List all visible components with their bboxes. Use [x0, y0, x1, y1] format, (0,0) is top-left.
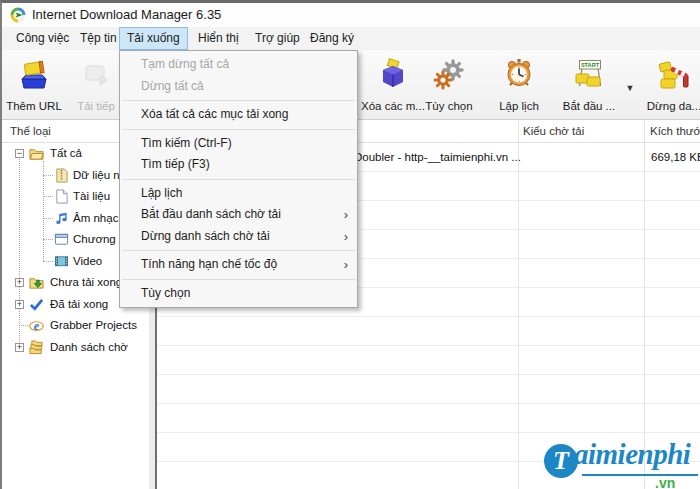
stop-queue-button[interactable]: Dừng da...	[636, 52, 700, 118]
folder-download-icon	[29, 275, 44, 290]
options-button[interactable]: Tùy chọn	[412, 52, 486, 118]
download-row-filename[interactable]: Doubler - http-__taimienphi.vn ...	[354, 144, 521, 170]
column-header-queue-type[interactable]: Kiểu chờ tải	[523, 120, 584, 142]
submenu-arrow-icon: ›	[344, 254, 348, 276]
svg-text:START: START	[581, 62, 600, 68]
menubar: Công việc Tệp tin Tải xuống Hiển thị Trợ…	[2, 27, 700, 50]
menu-file[interactable]: Tệp tin	[72, 27, 125, 50]
taimienphi-logo-tld: .vn	[655, 475, 675, 489]
grabber-e-icon: e	[29, 318, 44, 333]
collapse-icon[interactable]	[15, 149, 24, 158]
menu-item-speed-limiter[interactable]: Tính năng hạn chế tốc độ ›	[120, 254, 357, 276]
logo-underline	[582, 474, 698, 476]
stop-queue-icon	[658, 58, 690, 90]
menu-item-pause-all: Tạm dừng tất cả	[120, 54, 357, 76]
expand-icon[interactable]	[15, 278, 24, 287]
add-url-button[interactable]: Thêm URL	[3, 52, 65, 118]
tree-item-grabber[interactable]: e Grabber Projects	[2, 315, 149, 337]
queue-folders-icon	[29, 340, 44, 355]
menu-help[interactable]: Trợ giúp	[247, 27, 308, 50]
add-url-icon	[18, 58, 50, 90]
program-window-icon	[54, 232, 69, 247]
menu-separator	[122, 279, 355, 280]
menu-item-scheduler[interactable]: Lập lịch	[120, 183, 357, 205]
menu-item-stop-all: Dừng tất cả	[120, 76, 357, 98]
menu-register[interactable]: Đăng ký	[302, 27, 362, 50]
resume-button: Tải tiếp	[65, 52, 127, 118]
menu-tasks[interactable]: Công việc	[8, 27, 77, 50]
submenu-arrow-icon: ›	[344, 204, 348, 226]
scheduler-button[interactable]: Lập lịch	[483, 52, 555, 118]
document-icon	[54, 189, 69, 204]
menu-separator	[122, 179, 355, 180]
menu-view[interactable]: Hiển thị	[190, 27, 247, 50]
options-gears-icon	[433, 58, 465, 90]
video-film-icon	[54, 254, 69, 269]
idm-window: Internet Download Manager 6.35 Công việc…	[0, 0, 700, 489]
taimienphi-watermark: T aimienphi .vn	[542, 441, 700, 489]
expand-icon[interactable]	[15, 300, 24, 309]
scheduler-clock-icon	[503, 58, 535, 90]
resume-icon	[80, 58, 112, 90]
menu-item-find[interactable]: Tìm kiếm (Ctrl-F)	[120, 133, 357, 155]
menu-item-stop-queue[interactable]: Dừng danh sách chờ tải ›	[120, 226, 357, 248]
tree-item-queues[interactable]: Danh sách chờ	[2, 337, 149, 359]
folder-open-icon	[29, 146, 44, 161]
download-row-size[interactable]: 669,18 KB	[651, 144, 700, 170]
column-header-size[interactable]: Kích thước	[650, 120, 700, 142]
check-icon	[29, 297, 44, 312]
submenu-arrow-icon: ›	[344, 226, 348, 248]
svg-text:e: e	[34, 319, 40, 333]
menu-item-find-next[interactable]: Tìm tiếp (F3)	[120, 154, 357, 176]
taimienphi-logo-text: aimienphi	[574, 438, 690, 471]
menu-separator	[122, 129, 355, 130]
taimienphi-logo-icon: T	[544, 444, 578, 478]
music-note-icon	[54, 211, 69, 226]
idm-logo-icon	[10, 7, 26, 23]
menu-downloads[interactable]: Tải xuống	[119, 27, 188, 50]
delete-completed-icon	[377, 58, 409, 90]
expand-icon[interactable]	[15, 343, 24, 352]
titlebar: Internet Download Manager 6.35	[2, 3, 700, 27]
menu-item-start-queue[interactable]: Bắt đầu danh sách chờ tải ›	[120, 204, 357, 226]
start-queue-button[interactable]: START Bắt đầu ...	[551, 52, 627, 118]
window-title: Internet Download Manager 6.35	[32, 3, 221, 27]
menu-separator	[122, 250, 355, 251]
compressed-file-icon	[54, 168, 69, 183]
downloads-dropdown-menu: Tạm dừng tất cả Dừng tất cả Xóa tất cả c…	[119, 50, 358, 308]
menu-item-delete-completed[interactable]: Xóa tất cả các mục tải xong	[120, 104, 357, 126]
menu-separator	[122, 100, 355, 101]
sidebar-header: Thể loại	[10, 120, 51, 142]
menu-item-options[interactable]: Tùy chọn	[120, 283, 357, 305]
start-queue-icon: START	[573, 58, 605, 90]
